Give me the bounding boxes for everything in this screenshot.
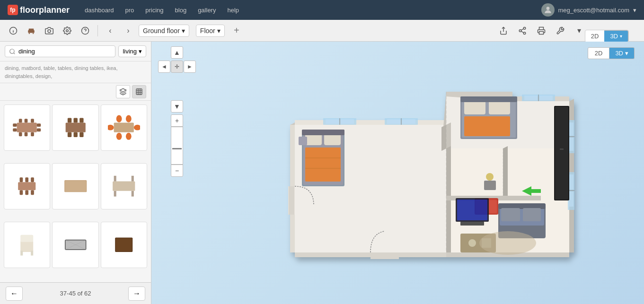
svg-rect-102 xyxy=(539,96,553,100)
svg-rect-98 xyxy=(402,119,415,124)
furniture-item[interactable] xyxy=(52,104,98,151)
2d-view-button[interactable]: 2D xyxy=(585,30,605,42)
svg-point-46 xyxy=(126,115,132,122)
pan-center-button[interactable]: ✛ xyxy=(171,61,183,73)
svg-point-148 xyxy=(479,231,536,255)
svg-rect-31 xyxy=(25,132,28,136)
canvas-area[interactable]: ▲ ◄ ✛ ► ▼ + − 2D 3D ▾ xyxy=(151,42,644,304)
pan-up-button[interactable]: ▲ xyxy=(171,46,183,59)
svg-rect-113 xyxy=(289,186,294,215)
zoom-controls: + − xyxy=(171,114,183,177)
svg-rect-5 xyxy=(29,28,34,30)
nav-pro[interactable]: pro xyxy=(125,7,134,14)
svg-point-47 xyxy=(116,133,122,140)
3d-dropdown-icon: ▾ xyxy=(620,34,622,39)
svg-rect-74 xyxy=(116,239,132,252)
nav-next-button[interactable]: › xyxy=(121,23,136,38)
svg-rect-123 xyxy=(299,137,307,145)
tool-furniture-button[interactable] xyxy=(24,23,39,38)
svg-rect-51 xyxy=(18,182,36,191)
nav-pricing[interactable]: pricing xyxy=(145,7,163,14)
svg-point-19 xyxy=(10,49,14,53)
furniture-item[interactable] xyxy=(4,222,50,268)
prev-page-button[interactable]: ← xyxy=(6,287,23,301)
zoom-indicator xyxy=(172,148,182,149)
furniture-item[interactable] xyxy=(52,163,98,209)
search-input[interactable] xyxy=(18,48,111,55)
view-selector[interactable]: Floor ▾ xyxy=(196,25,225,37)
svg-rect-63 xyxy=(114,176,116,182)
pan-down-button[interactable]: ▼ xyxy=(171,100,183,113)
svg-rect-126 xyxy=(464,100,485,114)
pan-left-button[interactable]: ◄ xyxy=(158,61,170,73)
zoom-out-button[interactable]: − xyxy=(171,165,183,177)
svg-point-13 xyxy=(523,27,526,29)
tags-area: dining, matbord, table, tables, dining t… xyxy=(0,61,151,83)
svg-point-45 xyxy=(116,115,122,122)
furniture-item[interactable] xyxy=(4,163,50,209)
social-button[interactable] xyxy=(515,23,530,38)
pagination-info: 37-45 of 62 xyxy=(60,290,91,297)
search-icon xyxy=(9,48,16,55)
logo[interactable]: fp floorplanner xyxy=(8,5,70,15)
pagination-bar: ← 37-45 of 62 → xyxy=(0,282,151,304)
svg-marker-90 xyxy=(290,122,295,125)
tool-info-button[interactable] xyxy=(6,23,21,38)
furniture-item[interactable] xyxy=(101,222,147,268)
grid-view-3d-button[interactable] xyxy=(116,85,130,98)
svg-line-17 xyxy=(521,28,523,30)
search-input-wrapper[interactable] xyxy=(5,45,115,57)
nav-prev-button[interactable]: ‹ xyxy=(103,23,118,38)
svg-rect-40 xyxy=(79,118,83,123)
furniture-item[interactable] xyxy=(101,163,147,209)
svg-rect-21 xyxy=(136,89,142,95)
svg-marker-91 xyxy=(441,125,446,151)
svg-rect-68 xyxy=(31,251,34,256)
svg-rect-60 xyxy=(113,182,135,191)
nav-blog[interactable]: blog xyxy=(175,7,187,14)
svg-point-9 xyxy=(66,29,69,32)
floor-selector[interactable]: Ground floor ▾ xyxy=(139,25,189,37)
zoom-in-button[interactable]: + xyxy=(171,114,183,127)
svg-rect-106 xyxy=(569,138,573,151)
user-email: meg_escott@hotmail.com xyxy=(558,7,629,14)
svg-rect-66 xyxy=(21,235,34,242)
svg-marker-81 xyxy=(295,120,446,125)
svg-rect-101 xyxy=(524,96,538,100)
wrench-button[interactable] xyxy=(553,23,568,38)
svg-rect-122 xyxy=(302,130,344,135)
share-button[interactable] xyxy=(496,23,511,38)
svg-rect-27 xyxy=(19,119,22,123)
svg-rect-54 xyxy=(31,178,35,182)
view-dropdown-icon: ▾ xyxy=(217,27,221,35)
user-menu[interactable]: meg_escott@hotmail.com ▾ xyxy=(541,3,636,17)
pan-right-button[interactable]: ► xyxy=(184,61,196,73)
svg-marker-89 xyxy=(503,146,508,196)
nav-dashboard[interactable]: dashboard xyxy=(85,7,114,14)
print-button[interactable] xyxy=(534,23,549,38)
nav-gallery[interactable]: gallery xyxy=(198,7,216,14)
zoom-slider[interactable] xyxy=(171,127,183,165)
svg-rect-44 xyxy=(114,123,134,132)
grid-view-2d-button[interactable] xyxy=(132,85,146,98)
furniture-item[interactable] xyxy=(52,222,98,268)
tool-camera-button[interactable] xyxy=(42,23,57,38)
svg-point-133 xyxy=(486,173,494,181)
map-controls: ▲ ◄ ✛ ► ▼ + − xyxy=(158,46,196,177)
furniture-item[interactable] xyxy=(4,104,50,151)
add-floor-button[interactable]: + xyxy=(230,25,243,37)
view-toggle: 2D 3D ▾ xyxy=(585,30,629,43)
svg-rect-18 xyxy=(539,31,543,34)
next-page-button[interactable]: → xyxy=(128,287,145,301)
furniture-grid xyxy=(0,101,151,282)
furniture-item[interactable] xyxy=(101,104,147,151)
nav-help[interactable]: help xyxy=(227,7,239,14)
category-label: living xyxy=(123,48,137,55)
tool-help-button[interactable] xyxy=(78,23,93,38)
3d-view-button[interactable]: 3D ▾ xyxy=(604,30,628,42)
canvas-3d-chevron: ▾ xyxy=(625,50,628,57)
svg-rect-94 xyxy=(341,119,354,124)
tool-settings-button[interactable] xyxy=(60,23,75,38)
category-dropdown[interactable]: living ▾ xyxy=(118,45,146,57)
svg-rect-4 xyxy=(28,30,35,33)
